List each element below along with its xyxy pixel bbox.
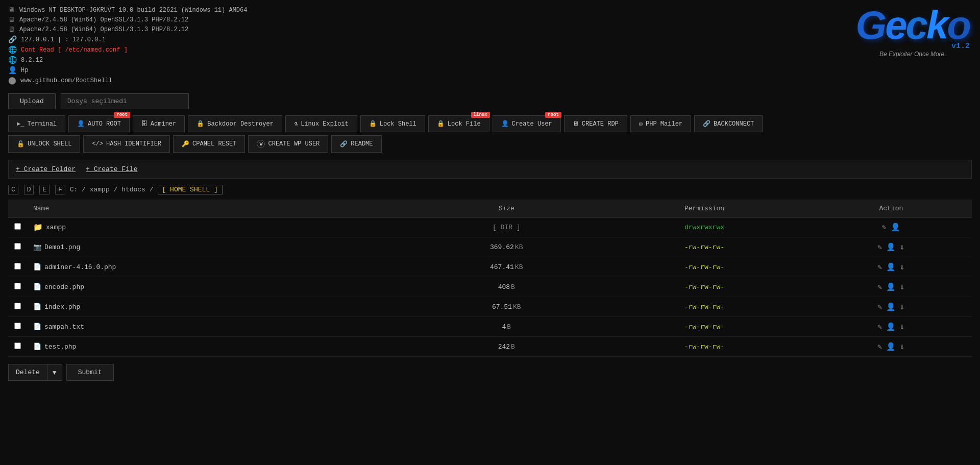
row-name-cell: 📄sampah.txt (27, 317, 414, 337)
breadcrumb-home[interactable]: [ HOME SHELL ] (158, 185, 223, 194)
permission-text: drwxrwxrwx (684, 224, 724, 231)
col-permission: Permission (598, 200, 810, 218)
create-rdp-label: CREATE RDP (582, 120, 619, 128)
row-checkbox-cell (8, 218, 27, 237)
edit-icon[interactable]: ✎ (877, 242, 882, 252)
lock-shell-label: Lock Shell (380, 120, 416, 128)
logo-text: Gecko (856, 5, 970, 45)
unlock-icon: 🔓 (17, 140, 24, 148)
create-wp-user-button[interactable]: W CREATE WP USER (248, 135, 328, 153)
create-wp-user-label: CREATE WP USER (268, 140, 320, 148)
hash-identifier-button[interactable]: </> HASH IDENTIFIER (83, 135, 170, 153)
user-text: Hp (21, 67, 28, 74)
ip1: 127.0.0.1 (21, 36, 54, 43)
permission-icon[interactable]: 👤 (886, 242, 896, 252)
row-checkbox[interactable] (14, 342, 21, 349)
permission-icon[interactable]: 👤 (886, 322, 896, 332)
row-checkbox[interactable] (14, 283, 21, 289)
file-name-text[interactable]: xampp (46, 224, 66, 231)
unlock-shell-button[interactable]: 🔓 UNLOCK SHELL (8, 135, 80, 153)
autoroot-badge: root (114, 112, 130, 118)
table-header: Name Size Permission Action (8, 200, 972, 218)
cpanel-reset-label: CPANEL RESET (192, 140, 236, 148)
lock-shell-button[interactable]: 🔒 Lock Shell (360, 115, 425, 132)
readme-button[interactable]: 🔗 README (331, 135, 381, 153)
php-version-text: 8.2.12 (21, 57, 43, 64)
row-size-cell: 67.51KB (414, 297, 598, 317)
lock-file-button[interactable]: linux 🔒 Lock File (428, 115, 489, 132)
permission-icon[interactable]: 👤 (886, 262, 896, 272)
conf-error-text: Cont Read [ /etc/named.conf ] (21, 46, 128, 54)
php-mailer-label: PHP Mailer (646, 120, 682, 128)
row-checkbox[interactable] (14, 263, 21, 270)
row-action-cell: ✎👤⇓ (811, 237, 972, 257)
file-name-text[interactable]: sampah.txt (44, 323, 84, 331)
linux-exploit-button[interactable]: ⚗ Linux Exploit (285, 115, 357, 132)
createuser-badge: root (545, 112, 561, 118)
file-name-text[interactable]: adminer-4.16.0.php (44, 263, 116, 271)
size-val: 242 (498, 343, 510, 351)
create-folder-link[interactable]: + Create Folder (16, 165, 76, 173)
create-rdp-button[interactable]: 🖥 CREATE RDP (564, 115, 627, 132)
backdoor-destroyer-button[interactable]: 🔒 Backdoor Destroyer (188, 115, 282, 132)
sysinfo-line3: 🖥 Apache/2.4.58 (Win64) OpenSSL/3.1.3 PH… (8, 26, 972, 34)
delete-button[interactable]: Delete (8, 364, 47, 381)
row-checkbox[interactable] (14, 223, 21, 230)
php-mailer-button[interactable]: ✉ PHP Mailer (630, 115, 691, 132)
file-name-text[interactable]: index.php (44, 303, 80, 311)
edit-icon[interactable]: ✎ (877, 282, 882, 292)
auto-root-button[interactable]: root 👤 AUTO ROOT (68, 115, 130, 132)
terminal-button[interactable]: ▶_ Terminal (8, 115, 65, 132)
row-checkbox[interactable] (14, 303, 21, 309)
upload-button[interactable]: Upload (8, 93, 56, 109)
permission-icon[interactable]: 👤 (886, 342, 896, 352)
row-checkbox[interactable] (14, 243, 21, 250)
edit-icon[interactable]: ✎ (882, 223, 887, 232)
file-name-text[interactable]: Demo1.png (44, 243, 80, 251)
edit-icon[interactable]: ✎ (877, 302, 882, 312)
size-unit: KB (515, 263, 523, 271)
row-action-cell: ✎👤⇓ (811, 277, 972, 297)
row-checkbox-cell (8, 317, 27, 337)
permission-icon[interactable]: 👤 (891, 223, 900, 232)
globe-icon: 🌐 (8, 45, 17, 54)
permission-icon[interactable]: 👤 (886, 302, 896, 312)
row-name-cell: 📄adminer-4.16.0.php (27, 257, 414, 277)
cpanel-reset-button[interactable]: 🔑 CPANEL RESET (173, 135, 245, 153)
delete-arrow-button[interactable]: ▼ (47, 364, 62, 381)
download-icon[interactable]: ⇓ (900, 322, 905, 332)
col-name: Name (27, 200, 414, 218)
drive-c[interactable]: C (8, 185, 18, 194)
file-input-label: Dosya seçilmedi (61, 93, 189, 109)
edit-icon[interactable]: ✎ (877, 262, 882, 272)
download-icon[interactable]: ⇓ (900, 262, 905, 272)
adminer-button[interactable]: 🗄 Adminer (133, 115, 185, 132)
edit-icon[interactable]: ✎ (877, 342, 882, 352)
backconnect-button[interactable]: 🔗 BACKCONNECT (694, 115, 763, 132)
file-name-text[interactable]: encode.php (44, 283, 84, 291)
cpanel-icon: 🔑 (182, 140, 189, 148)
col-checkbox (8, 200, 27, 218)
table-row: 📄test.php242B-rw-rw-rw-✎👤⇓ (8, 337, 972, 357)
edit-icon[interactable]: ✎ (877, 322, 882, 332)
drive-e[interactable]: E (39, 185, 50, 194)
col-size: Size (414, 200, 598, 218)
download-icon[interactable]: ⇓ (900, 242, 905, 252)
row-size-cell: [ DIR ] (414, 218, 598, 237)
submit-button[interactable]: Submit (66, 364, 114, 381)
apache-icon1: 🖥 (8, 16, 15, 24)
create-file-link[interactable]: + Create File (86, 165, 137, 173)
create-user-button[interactable]: root 👤 Create User (493, 115, 561, 132)
download-icon[interactable]: ⇓ (900, 302, 905, 312)
permission-icon[interactable]: 👤 (886, 282, 896, 292)
permission-text: -rw-rw-rw- (684, 343, 724, 351)
file-name-text[interactable]: test.php (44, 343, 76, 351)
download-icon[interactable]: ⇓ (900, 282, 905, 292)
hash-identifier-label: HASH IDENTIFIER (106, 140, 161, 148)
readme-label: README (351, 140, 373, 148)
github-icon: ⬤ (8, 76, 16, 85)
download-icon[interactable]: ⇓ (900, 341, 905, 352)
row-checkbox[interactable] (14, 323, 21, 329)
drive-f[interactable]: F (55, 185, 65, 194)
drive-d[interactable]: D (24, 185, 34, 194)
